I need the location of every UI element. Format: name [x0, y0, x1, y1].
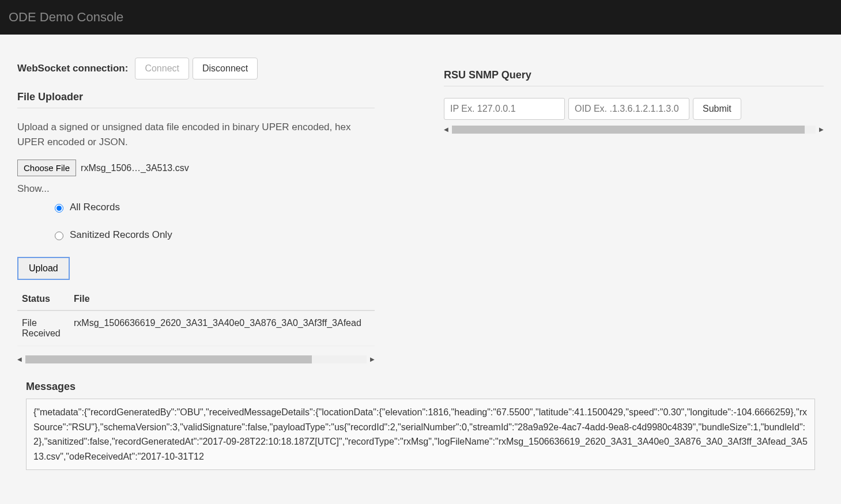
websocket-label: WebSocket connection: — [17, 63, 128, 74]
messages-section: Messages {"metadata":{"recordGeneratedBy… — [0, 375, 841, 470]
scrollbar-track[interactable] — [25, 355, 367, 363]
radio-group: All Records Sanitized Records Only — [17, 202, 375, 241]
main-container: WebSocket connection: Connect Disconnect… — [0, 35, 841, 375]
scroll-right-icon[interactable]: ▶ — [370, 355, 375, 363]
messages-content: {"metadata":{"recordGeneratedBy":"OBU","… — [26, 399, 815, 470]
connect-button[interactable]: Connect — [135, 58, 189, 79]
snmp-title: RSU SNMP Query — [444, 69, 824, 81]
file-input-row: Choose File rxMsg_1506…_3A513.csv — [17, 160, 375, 176]
navbar-brand: ODE Demo Console — [9, 10, 123, 25]
scroll-right-icon[interactable]: ▶ — [819, 126, 824, 134]
radio-all-label: All Records — [70, 202, 120, 213]
scroll-left-icon[interactable]: ◀ — [17, 355, 22, 363]
upload-button[interactable]: Upload — [17, 257, 70, 280]
divider — [444, 86, 824, 86]
table-row: File Received rxMsg_1506636619_2620_3A31… — [17, 310, 375, 346]
scroll-left-icon[interactable]: ◀ — [444, 126, 448, 134]
uploader-help-text: Upload a signed or unsigned data file en… — [17, 120, 375, 149]
radio-sanitized-records[interactable]: Sanitized Records Only — [52, 229, 375, 241]
left-panel: WebSocket connection: Connect Disconnect… — [17, 58, 375, 363]
divider — [17, 108, 375, 108]
navbar: ODE Demo Console — [0, 0, 841, 35]
snmp-form-row: Submit — [444, 98, 824, 120]
scrollbar-thumb[interactable] — [25, 355, 312, 363]
snmp-ip-input[interactable] — [444, 98, 565, 120]
left-scrollbar[interactable]: ◀ ▶ — [17, 355, 375, 363]
chosen-file-name: rxMsg_1506…_3A513.csv — [81, 163, 189, 173]
disconnect-button[interactable]: Disconnect — [193, 58, 258, 79]
status-table: Status File File Received rxMsg_15066366… — [17, 288, 375, 346]
right-panel: RSU SNMP Query Submit ◀ ▶ — [444, 58, 824, 363]
radio-sanitized-label: Sanitized Records Only — [70, 229, 172, 241]
radio-all-records[interactable]: All Records — [52, 202, 375, 213]
status-cell: File Received — [17, 310, 69, 346]
snmp-oid-input[interactable] — [568, 98, 689, 120]
snmp-scrollbar[interactable]: ◀ ▶ — [444, 126, 824, 134]
choose-file-button[interactable]: Choose File — [17, 160, 76, 176]
uploader-title: File Uploader — [17, 91, 375, 103]
messages-title: Messages — [26, 381, 815, 393]
radio-sanitized-input[interactable] — [55, 232, 63, 240]
status-header: Status — [17, 288, 69, 310]
file-cell: rxMsg_1506636619_2620_3A31_3A40e0_3A876_… — [69, 310, 375, 346]
radio-all-input[interactable] — [55, 204, 63, 213]
scrollbar-track[interactable] — [452, 126, 816, 134]
websocket-row: WebSocket connection: Connect Disconnect — [17, 58, 375, 79]
show-label: Show... — [17, 183, 375, 195]
scrollbar-thumb[interactable] — [452, 126, 805, 134]
file-header: File — [69, 288, 375, 310]
snmp-submit-button[interactable]: Submit — [693, 98, 741, 120]
